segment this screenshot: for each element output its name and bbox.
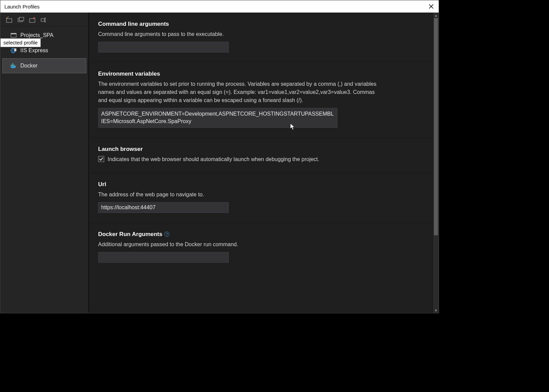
profile-label: Projects_SPA	[20, 32, 54, 38]
dialog-body: Projects_SPA IIS Express Docker	[0, 13, 439, 313]
section-title: Url	[98, 181, 424, 188]
checkbox-label: Indicates that the web browser should au…	[108, 155, 319, 163]
docker-icon	[10, 62, 17, 69]
section-title-text: Docker Run Arguments	[98, 231, 162, 238]
new-profile-icon	[6, 17, 14, 23]
scroll-down-button[interactable]: ▼	[433, 308, 439, 313]
new-profile-button[interactable]	[6, 16, 14, 23]
rename-profile-button[interactable]	[40, 16, 49, 23]
svg-rect-9	[14, 48, 16, 51]
profile-label: IIS Express	[20, 47, 48, 54]
launch-browser-checkbox[interactable]	[98, 156, 104, 162]
content-wrap: Command line arguments Command line argu…	[89, 13, 439, 313]
section-description: The address of the web page to navigate …	[98, 191, 377, 199]
docker-run-arguments-input[interactable]	[98, 252, 229, 263]
section-title: Launch browser	[98, 146, 424, 153]
svg-rect-0	[6, 19, 12, 22]
svg-rect-13	[12, 63, 13, 64]
section-url: Url The address of the web page to navig…	[89, 173, 433, 223]
scroll-track[interactable]	[433, 18, 439, 308]
sidebar-toolbar	[0, 13, 88, 26]
section-description: The environment variables to set prior t…	[98, 80, 377, 104]
vertical-scrollbar[interactable]: ▲ ▼	[433, 13, 439, 313]
section-title: Docker Run Arguments ?	[98, 231, 424, 238]
settings-content: Command line arguments Command line argu…	[89, 13, 433, 313]
close-icon	[429, 4, 434, 9]
profile-list: Projects_SPA IIS Express Docker	[0, 26, 88, 74]
launch-browser-checkbox-row: Indicates that the web browser should au…	[98, 155, 424, 163]
section-command-line-arguments: Command line arguments Command line argu…	[89, 13, 433, 62]
section-environment-variables: Environment variables The environment va…	[89, 62, 433, 138]
sidebar: Projects_SPA IIS Express Docker	[0, 13, 89, 313]
project-icon	[10, 32, 17, 39]
section-description: Additional arguments passed to the Docke…	[98, 240, 377, 249]
section-title: Environment variables	[98, 71, 424, 77]
command-line-arguments-input[interactable]	[98, 42, 229, 53]
delete-profile-button[interactable]	[29, 16, 37, 23]
window-title: Launch Profiles	[4, 4, 39, 9]
checkmark-icon	[99, 157, 103, 161]
profile-label: Docker	[20, 63, 38, 69]
delete-icon	[29, 17, 37, 23]
section-docker-run-arguments: Docker Run Arguments ? Additional argume…	[89, 223, 433, 272]
launch-profiles-dialog: Launch Profiles	[0, 0, 439, 313]
svg-rect-4	[41, 19, 44, 21]
svg-rect-2	[19, 17, 24, 21]
rename-icon	[41, 17, 48, 23]
section-launch-browser: Launch browser Indicates that the web br…	[89, 138, 433, 173]
duplicate-icon	[18, 17, 25, 23]
svg-rect-10	[11, 65, 12, 66]
scroll-up-button[interactable]: ▲	[433, 13, 439, 18]
profile-item-docker[interactable]: Docker	[2, 58, 86, 73]
close-button[interactable]	[426, 2, 436, 11]
url-input[interactable]: https://localhost:44407	[98, 202, 229, 213]
svg-rect-11	[12, 65, 13, 66]
help-icon[interactable]: ?	[164, 232, 169, 237]
tooltip-selected-profile: selected profile	[0, 38, 41, 47]
svg-rect-3	[30, 19, 35, 22]
section-title: Command line arguments	[98, 21, 424, 27]
environment-variables-input[interactable]: ASPNETCORE_ENVIRONMENT=Development,ASPNE…	[98, 108, 337, 128]
svg-rect-6	[11, 33, 16, 34]
scroll-thumb[interactable]	[434, 18, 438, 235]
duplicate-profile-button[interactable]	[17, 16, 25, 23]
svg-rect-12	[14, 65, 15, 66]
section-description: Command line arguments to pass to the ex…	[98, 30, 377, 38]
globe-icon	[10, 47, 17, 54]
titlebar: Launch Profiles	[0, 0, 439, 13]
